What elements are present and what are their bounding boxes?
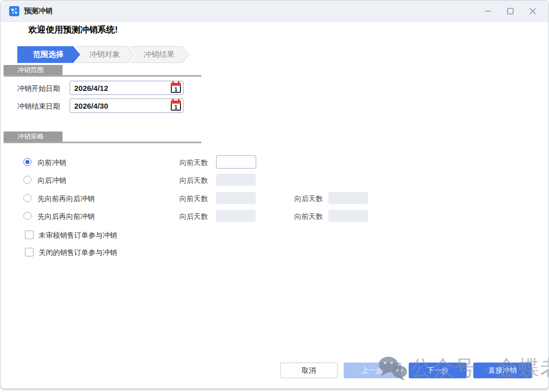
backward-days-label: 向后天数	[179, 176, 208, 185]
backward-days-label: 向后天数	[294, 194, 323, 204]
backward-days-input	[216, 174, 256, 186]
backward-days-input	[216, 210, 256, 222]
step-label: 冲销结果	[130, 46, 189, 63]
option-label: 向前冲销	[38, 158, 66, 168]
scope-section-title: 冲销范围	[4, 65, 63, 75]
forward-days-input	[328, 210, 368, 222]
step-scope-selection[interactable]: 范围选择	[17, 46, 80, 63]
backward-days-input	[328, 192, 368, 204]
next-step-button[interactable]: 下一步	[409, 363, 467, 378]
radio-forward-writeoff[interactable]	[23, 158, 32, 166]
forward-days-label: 向前天数	[179, 194, 208, 204]
strategy-section-header: 冲销策略	[4, 132, 201, 143]
option-label: 先向前再向后冲销	[38, 194, 95, 204]
start-date-input[interactable]	[70, 81, 170, 94]
window-title: 预测冲销	[24, 7, 52, 16]
start-date-calendar-icon[interactable]: 1	[170, 82, 181, 93]
step-label: 冲销对象	[76, 46, 135, 63]
forward-days-label: 向前天数	[179, 158, 208, 168]
checkbox-label: 未审核销售订单参与冲销	[39, 231, 117, 240]
backward-days-label: 向后天数	[179, 212, 208, 221]
app-logo-icon	[9, 6, 19, 16]
direct-writeoff-button[interactable]: 直接冲销	[473, 363, 532, 378]
start-date-field: 1	[70, 81, 184, 95]
option-label: 向后冲销	[38, 176, 66, 185]
forward-days-input	[216, 192, 256, 204]
end-date-field: 1	[70, 99, 184, 113]
start-date-label: 冲销开始日期	[17, 84, 60, 93]
strategy-section-title: 冲销策略	[4, 132, 63, 142]
welcome-text: 欢迎使用预测冲销系统!	[28, 24, 118, 36]
window-controls	[480, 4, 548, 19]
step-label: 范围选择	[17, 46, 80, 63]
dialog-window: 预测冲销 欢迎使用预测冲销系统! 范围选择 冲销对象	[0, 0, 549, 389]
close-button[interactable]	[525, 4, 540, 19]
wizard-steps: 范围选择 冲销对象 冲销结果	[17, 46, 189, 63]
radio-backward-then-forward[interactable]	[23, 212, 32, 220]
forward-days-input[interactable]	[216, 155, 256, 169]
minimize-button[interactable]	[480, 4, 496, 19]
checkbox-closed-orders[interactable]	[25, 248, 34, 256]
previous-step-button[interactable]: 上一步	[344, 363, 401, 378]
maximize-button[interactable]	[503, 4, 518, 19]
checkbox-label: 关闭的销售订单参与冲销	[39, 248, 117, 257]
cancel-button[interactable]: 取消	[280, 363, 338, 378]
end-date-label: 冲销结束日期	[17, 102, 60, 111]
step-writeoff-result[interactable]: 冲销结果	[130, 46, 189, 63]
forward-days-label: 向前天数	[294, 212, 323, 221]
end-date-calendar-icon[interactable]: 1	[170, 100, 181, 111]
scope-section-header: 冲销范围	[4, 65, 201, 77]
option-label: 先向后再向前冲销	[38, 212, 95, 221]
radio-backward-writeoff[interactable]	[23, 176, 32, 184]
title-bar: 预测冲销	[1, 1, 548, 22]
checkbox-unapproved-orders[interactable]	[25, 231, 34, 239]
radio-forward-then-backward[interactable]	[23, 194, 32, 202]
end-date-input[interactable]	[70, 99, 170, 112]
step-writeoff-target[interactable]: 冲销对象	[76, 46, 135, 63]
